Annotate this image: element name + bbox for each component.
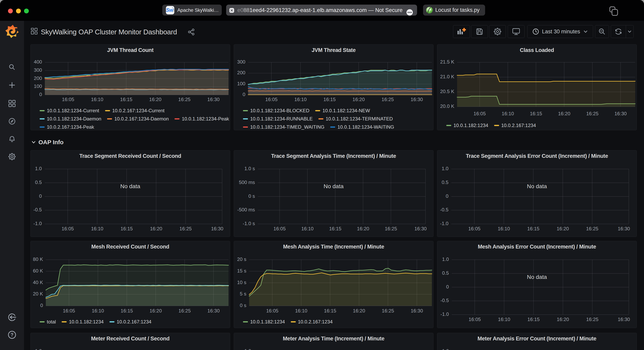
panel-title[interactable]: Meter Analysis Error Count (Increment) /…: [437, 336, 636, 342]
add-panel-icon: [457, 27, 466, 35]
traffic-light-zoom[interactable]: [24, 8, 29, 13]
sidebar-item-alerting[interactable]: [0, 136, 24, 143]
legend-series-name: 10.0.2.167:1234: [501, 123, 536, 128]
time-range-picker[interactable]: Last 30 minutes: [527, 25, 593, 38]
chevron-down-icon: [583, 29, 588, 34]
chart-trace-received[interactable]: [30, 151, 230, 237]
panel-trace-error: Trace Segment Analysis Error Count (Incr…: [437, 150, 637, 237]
legend-row: 10.0.1.182:123410.0.2.167:1234: [446, 123, 536, 129]
legend-item[interactable]: 10.0.1.182:1234: [243, 319, 285, 325]
cycle-view-mode-button[interactable]: [508, 25, 524, 38]
legend-series-dash: [318, 118, 324, 120]
traffic-light-minimize[interactable]: [16, 8, 21, 13]
legend-series-name: 10.0.1.182:1234-NEW: [322, 108, 370, 114]
legend-series-dash: [243, 110, 248, 111]
tab-close-button[interactable]: [229, 8, 234, 13]
legend-item[interactable]: 10.0.1.182:1234: [62, 319, 104, 325]
legend-series-name: 10.0.1.182:1234-WAITING: [338, 124, 394, 130]
skywalking-favicon: Sw: [166, 6, 174, 14]
plus-icon: [8, 81, 16, 89]
y-axis-label: 1.0: [437, 348, 449, 350]
tab-more-button[interactable]: [406, 9, 413, 15]
legend-item[interactable]: 10.0.1.182:1234-WAITING: [330, 124, 394, 130]
panel-title[interactable]: Meter Analysis Time (Increment) / Minute: [234, 336, 433, 342]
sidebar-item-dashboards[interactable]: [0, 100, 24, 107]
sidebar-item-search[interactable]: [0, 63, 24, 71]
chart-mesh-error[interactable]: [437, 241, 637, 328]
legend-series-dash: [107, 118, 112, 120]
row-header-oap-info[interactable]: OAP Info: [31, 136, 64, 149]
save-icon: [476, 28, 483, 35]
legend-item[interactable]: 10.0.1.182:1234-Current: [40, 108, 99, 114]
sidebar-item-explore[interactable]: [0, 118, 24, 125]
chart-trace-analysis[interactable]: [234, 151, 434, 237]
traffic-light-close[interactable]: [8, 8, 13, 13]
no-data-label: No data: [437, 274, 636, 280]
tab-url: e0881eed4-22961232.ap-east-1.elb.amazona…: [237, 7, 403, 13]
chart-trace-error[interactable]: [437, 151, 637, 237]
dashboard-title[interactable]: SkyWalking OAP Cluster Monitor Dashboard: [41, 28, 177, 36]
legend-row: total10.0.1.182:123410.0.2.167:1234: [40, 319, 151, 325]
time-range-label: Last 30 minutes: [542, 28, 580, 35]
save-dashboard-button[interactable]: [471, 25, 488, 38]
legend-item[interactable]: 10.0.1.182:1234-NEW: [315, 108, 370, 114]
legend-item[interactable]: 10.0.1.182:1234-TIMED_WAITING: [243, 124, 324, 130]
legend-item[interactable]: 10.0.2.167:1234: [494, 123, 536, 128]
zoom-out-icon: [598, 28, 606, 35]
legend-item[interactable]: 10.0.2.167:1234-Peak: [40, 124, 94, 130]
legend-series-dash: [446, 125, 451, 126]
sidebar-item-help[interactable]: ?: [0, 331, 24, 339]
panel-mesh-analysis: Mesh Analysis Time (Increment) / Minute0…: [234, 241, 434, 328]
add-panel-button[interactable]: [453, 25, 470, 38]
legend-item[interactable]: total: [40, 319, 56, 325]
browser-tab-active-url[interactable]: e0881eed4-22961232.ap-east-1.elb.amazona…: [226, 4, 417, 15]
legend-series-dash: [174, 118, 180, 120]
share-icon[interactable]: [188, 28, 195, 35]
legend-item[interactable]: 10.0.1.182:1234-RUNNABLE: [243, 116, 312, 122]
help-glyph: ?: [10, 332, 14, 338]
compass-icon: [8, 118, 16, 125]
browser-titlebar: Sw Apache SkyWalki… e0881eed4-22961232.a…: [0, 0, 644, 21]
legend-series-dash: [243, 118, 248, 120]
grafana-logo[interactable]: [0, 24, 24, 38]
legend-series-name: 10.0.2.167:1234-Peak: [47, 124, 94, 130]
chart-mesh-received[interactable]: [30, 241, 230, 328]
no-data-label: No data: [234, 183, 433, 189]
legend-row: 10.0.1.182:1234-RUNNABLE10.0.1.182:1234-…: [243, 116, 393, 122]
browser-tab-locust[interactable]: Locust for tasks.py: [423, 4, 485, 15]
panel-mesh-received: Mesh Received Count / Second020 K40 K60 …: [30, 241, 230, 328]
panel-title[interactable]: Meter Received Count / Second: [30, 336, 230, 342]
dashboard-grid-icon[interactable]: [31, 28, 38, 34]
legend-series-dash: [62, 321, 67, 323]
legend-item[interactable]: 10.0.1.182:1234: [446, 123, 488, 128]
refresh-interval-dropdown[interactable]: [626, 25, 634, 38]
panel-class-loaded: Class Loaded20.0 K20.5 K21.0 K21.5 K16:0…: [437, 44, 637, 130]
legend-series-name: 10.0.1.182:1234-Daemon: [47, 116, 101, 122]
legend-item[interactable]: 10.0.2.167:1234: [291, 319, 333, 325]
legend-row: 10.0.2.167:1234-Peak: [40, 124, 94, 130]
chart-mesh-analysis[interactable]: [234, 241, 434, 328]
legend-item[interactable]: 10.0.1.182:1234-TERMINATED: [318, 116, 393, 122]
legend-item[interactable]: 10.0.1.182:1234-Peak: [174, 116, 229, 122]
ellipsis-icon: [407, 9, 412, 15]
legend-item[interactable]: 10.0.2.167:1234-Current: [105, 108, 165, 114]
legend-item[interactable]: 10.0.1.182:1234-Daemon: [40, 116, 101, 122]
legend-item[interactable]: 10.0.2.167:1234-Daemon: [107, 116, 169, 122]
sidebar-item-sign-in[interactable]: [0, 313, 24, 322]
refresh-button[interactable]: [611, 25, 626, 38]
dashboard-settings-button[interactable]: [489, 25, 506, 38]
browser-tab-skywalking[interactable]: Sw Apache SkyWalki…: [162, 4, 222, 15]
legend-series-name: 10.0.2.167:1234: [298, 319, 333, 325]
refresh-split-button: [611, 25, 634, 38]
chart-class-loaded[interactable]: [437, 44, 637, 130]
sign-in-icon: [8, 313, 16, 322]
sidebar-item-configuration[interactable]: [0, 153, 24, 161]
clock-icon: [532, 28, 539, 35]
sidebar-item-create[interactable]: [0, 81, 24, 89]
legend-item[interactable]: 10.0.1.182:1234-BLOCKED: [243, 108, 310, 114]
legend-item[interactable]: 10.0.2.167:1234: [110, 319, 152, 325]
legend-series-name: 10.0.1.182:1234-Peak: [182, 116, 229, 122]
dashboard-header: SkyWalking OAP Cluster Monitor Dashboard: [24, 21, 644, 44]
tab-overview-icon[interactable]: [609, 6, 618, 16]
zoom-out-button[interactable]: [595, 25, 609, 38]
